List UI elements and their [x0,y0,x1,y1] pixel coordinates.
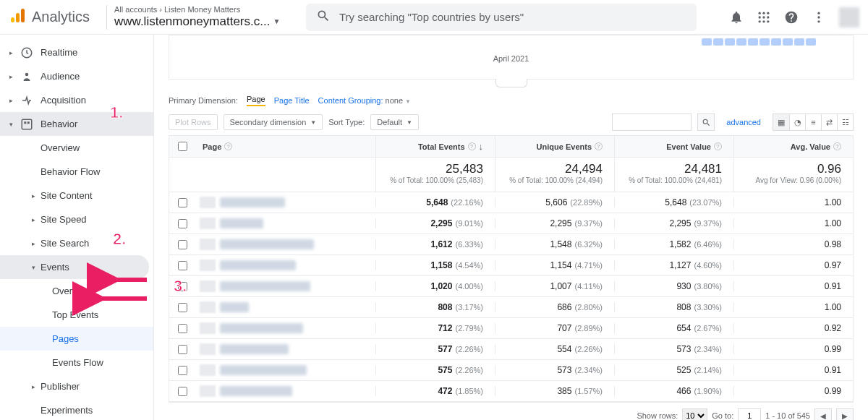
account-switcher[interactable]: All accounts›Listen Money Matters www.li… [114,5,306,30]
row-checkbox[interactable] [178,366,187,375]
sidebar-item-events[interactable]: ▾Events [0,255,149,279]
product-name: Analytics [32,9,90,25]
dimension-page-title[interactable]: Page Title [274,96,310,105]
row-checkbox[interactable] [178,261,187,270]
apps-icon[interactable] [757,10,771,25]
table-row[interactable]: 1,020(4.00%)1,007(4.11%)930(3.80%)0.91 [169,276,853,297]
search-input[interactable]: Try searching "Top countries by users" [306,4,697,31]
col-event-value[interactable]: Event Value? [614,136,733,157]
row-checkbox[interactable] [178,240,187,249]
svg-point-11 [767,20,769,22]
next-page-button[interactable]: ▶ [836,408,854,420]
help-icon[interactable] [784,10,799,25]
page-cell[interactable] [195,385,375,397]
logo[interactable]: Analytics [9,7,99,27]
event-value-cell: 2,295(9.37%) [614,218,733,228]
page-cell[interactable] [195,197,375,208]
avatar[interactable] [839,7,859,27]
avg-value-cell: 0.99 [733,344,853,354]
sidebar: ▸ Realtime ▸ Audience ▸ Acquisition ▾ Be… [0,35,154,420]
view-comparison-icon[interactable]: ⇄ [821,114,837,130]
view-pie-icon[interactable]: ◔ [789,114,805,130]
sidebar-item-behavior[interactable]: ▾ Behavior [0,112,153,136]
sidebar-item-events-flow[interactable]: Events Flow [0,351,153,374]
unique-events-cell: 5,606(22.89%) [495,197,614,207]
table-search-input[interactable] [612,113,692,131]
rows-per-page-select[interactable]: 10 [682,408,707,420]
table-row[interactable]: 5,648(22.16%)5,606(22.89%)5,648(23.07%)1… [169,192,853,213]
table-row[interactable]: 472(1.85%)385(1.57%)466(1.90%)0.99 [169,381,853,402]
help-icon[interactable]: ? [833,142,841,150]
chart-expand-handle[interactable] [495,79,527,87]
search-placeholder: Try searching "Top countries by users" [339,11,524,23]
bell-icon[interactable] [729,10,744,25]
page-cell[interactable] [195,322,375,334]
col-page[interactable]: Page? [195,142,375,151]
page-cell[interactable] [195,301,375,313]
sidebar-item-top-events[interactable]: Top Events [0,303,153,327]
sidebar-item-experiments[interactable]: Experiments [0,398,153,420]
dimension-page[interactable]: Page [247,95,265,106]
table-row[interactable]: 712(2.79%)707(2.89%)654(2.67%)0.92 [169,318,853,339]
page-cell[interactable] [195,343,375,355]
prev-page-button[interactable]: ◀ [814,408,832,420]
page-cell[interactable] [195,260,375,271]
unique-events-cell: 385(1.57%) [495,386,614,396]
advanced-link[interactable]: advanced [726,118,761,127]
row-checkbox[interactable] [178,198,187,207]
svg-point-3 [759,12,761,14]
page-cell[interactable] [195,239,375,250]
sidebar-item-events-overview[interactable]: Overview [0,279,153,303]
col-unique-events[interactable]: Unique Events? [495,136,614,157]
col-total-events[interactable]: Total Events?↓ [375,136,495,157]
dimension-content-grouping[interactable]: Content Grouping: none ▼ [318,96,411,105]
table-row[interactable]: 1,612(6.33%)1,548(6.32%)1,582(6.46%)0.98 [169,234,853,255]
goto-page-input[interactable] [738,408,761,420]
summary-row: 25,483% of Total: 100.00% (25,483) 24,49… [169,158,853,192]
unique-events-cell: 707(2.89%) [495,323,614,333]
select-all-checkbox[interactable] [178,142,187,151]
sidebar-item-pages[interactable]: Pages [0,327,153,351]
row-checkbox[interactable] [178,219,187,228]
page-cell[interactable] [195,218,375,229]
sidebar-item-overview[interactable]: Overview [0,136,153,160]
row-checkbox[interactable] [178,303,187,312]
table-row[interactable]: 575(2.26%)573(2.34%)525(2.14%)0.91 [169,360,853,381]
row-checkbox[interactable] [178,387,187,396]
sidebar-item-site-content[interactable]: ▸Site Content [0,184,153,207]
sidebar-item-site-speed[interactable]: ▸Site Speed [0,207,153,231]
sidebar-item-audience[interactable]: ▸ Audience [0,64,153,88]
acquisition-icon [20,94,33,107]
sidebar-item-publisher[interactable]: ▸Publisher [0,374,153,398]
view-bar-icon[interactable]: ≡ [805,114,821,130]
table-row[interactable]: 808(3.17%)686(2.80%)808(3.30%)1.00 [169,297,853,318]
page-cell[interactable] [195,364,375,376]
help-icon[interactable]: ? [468,142,476,150]
property-name: www.listenmoneymatters.c... [114,14,270,29]
table-search-button[interactable] [697,113,715,131]
view-pivot-icon[interactable]: ☷ [837,114,853,130]
table-row[interactable]: 577(2.26%)554(2.26%)573(2.34%)0.99 [169,339,853,360]
row-checkbox[interactable] [178,345,187,354]
sidebar-item-behavior-flow[interactable]: Behavior Flow [0,160,153,184]
row-checkbox[interactable] [178,324,187,333]
total-events-cell: 712(2.79%) [375,323,495,333]
sidebar-item-site-search[interactable]: ▸Site Search [0,231,153,255]
table-row[interactable]: 1,158(4.54%)1,154(4.71%)1,127(4.60%)0.97 [169,255,853,276]
help-icon[interactable]: ? [714,142,722,150]
table-row[interactable]: 2,295(9.01%)2,295(9.37%)2,295(9.37%)1.00 [169,213,853,234]
primary-dimension-row: Primary Dimension: Page Page Title Conte… [154,87,868,111]
help-icon[interactable]: ? [224,142,232,150]
sidebar-item-acquisition[interactable]: ▸ Acquisition [0,88,153,112]
sort-type-dropdown[interactable]: Default▼ [370,114,419,130]
row-checkbox[interactable] [178,282,187,291]
secondary-dimension-dropdown[interactable]: Secondary dimension▼ [224,114,323,130]
view-table-icon[interactable]: ▦ [773,114,789,130]
col-avg-value[interactable]: Avg. Value? [733,136,853,157]
main-content: April 2021 Primary Dimension: Page Page … [154,35,868,420]
sidebar-item-realtime[interactable]: ▸ Realtime [0,40,153,64]
more-vert-icon[interactable] [812,10,826,25]
timeline-chart[interactable]: April 2021 [169,35,854,80]
page-cell[interactable] [195,280,375,292]
help-icon[interactable]: ? [595,142,603,150]
